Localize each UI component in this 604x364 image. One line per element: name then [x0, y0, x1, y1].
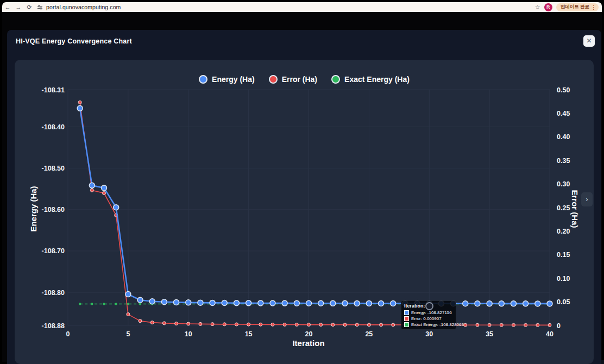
- data-point: [162, 322, 166, 325]
- data-point: [343, 323, 347, 327]
- data-point: [499, 301, 504, 306]
- data-point: [187, 322, 190, 325]
- data-point: [488, 323, 491, 327]
- svg-text:0.10: 0.10: [557, 275, 570, 283]
- data-point: [102, 185, 107, 191]
- data-point: [354, 300, 360, 306]
- browser-menu-icon[interactable]: ⋮: [591, 4, 596, 10]
- exact-energy-swatch-icon: [404, 322, 409, 327]
- close-button[interactable]: ✕: [583, 35, 595, 47]
- data-point: [186, 300, 191, 305]
- chart-panel: Energy (Ha) Error (Ha) Exact Energy (Ha)…: [15, 60, 594, 364]
- svg-text:0.45: 0.45: [557, 110, 570, 117]
- energy-series: [77, 105, 552, 306]
- data-point: [271, 323, 274, 326]
- data-point: [536, 323, 539, 327]
- right-axis-title: Error (Ha): [570, 179, 580, 239]
- data-point: [318, 300, 324, 306]
- data-point: [270, 300, 275, 306]
- data-point: [331, 323, 335, 327]
- data-point: [295, 323, 298, 327]
- x-axis-title: Iteration: [281, 338, 336, 348]
- data-point: [78, 101, 81, 104]
- svg-text:40: 40: [546, 330, 553, 338]
- site-settings-icon[interactable]: [37, 4, 43, 10]
- tooltip-error-value: Error: 0.000907: [411, 316, 442, 321]
- svg-text:5: 5: [126, 330, 130, 338]
- forward-icon[interactable]: →: [13, 4, 24, 10]
- data-point: [127, 313, 130, 316]
- browser-toolbar: ← → ⟳ portal.qunovacomputing.com ☆ R 업데이…: [2, 2, 602, 12]
- bookmark-star-icon[interactable]: ☆: [535, 4, 540, 11]
- error-swatch-icon: [404, 316, 409, 321]
- left-axis-title: Energy (Ha): [29, 179, 38, 240]
- svg-text:-108.88: -108.88: [42, 322, 65, 330]
- sidebar-expand-chevron-icon[interactable]: ›: [581, 192, 593, 206]
- svg-text:-108.31: -108.31: [42, 86, 65, 94]
- data-point: [125, 292, 131, 297]
- data-point: [464, 323, 467, 327]
- data-point: [115, 303, 117, 305]
- data-point: [366, 300, 372, 306]
- data-point: [222, 300, 227, 306]
- data-point: [175, 322, 178, 325]
- update-button-label: 업데이트 완료: [561, 4, 589, 10]
- svg-text:-108.60: -108.60: [42, 206, 65, 214]
- modal-title: HI-VQE Energy Convergence Chart: [16, 37, 132, 45]
- data-point: [282, 300, 287, 306]
- energy-swatch-icon: [404, 310, 409, 315]
- chart-legend: Energy (Ha) Error (Ha) Exact Energy (Ha): [15, 75, 594, 84]
- data-point: [103, 192, 106, 195]
- data-point: [294, 300, 299, 306]
- data-point: [367, 323, 370, 327]
- data-point: [149, 299, 155, 304]
- svg-text:0: 0: [66, 330, 70, 338]
- data-point: [391, 301, 396, 306]
- data-point: [379, 300, 384, 306]
- browser-update-button[interactable]: 업데이트 완료 ⋮: [556, 3, 599, 11]
- energy-legend-marker-icon: [199, 75, 207, 84]
- legend-item-exact-energy[interactable]: Exact Energy (Ha): [331, 75, 410, 84]
- tooltip-row: Exact Energy: -108.828063: [404, 322, 453, 327]
- data-point: [475, 301, 480, 306]
- data-point: [487, 301, 492, 306]
- svg-text:0.35: 0.35: [557, 157, 570, 165]
- hovered-point-indicator: [425, 302, 433, 310]
- data-point: [355, 323, 358, 327]
- svg-text:0.20: 0.20: [557, 228, 570, 235]
- data-point: [548, 323, 551, 327]
- data-point: [330, 300, 336, 306]
- data-point: [114, 205, 119, 210]
- svg-text:0: 0: [557, 322, 561, 330]
- legend-label: Exact Energy (Ha): [344, 75, 410, 84]
- convergence-chart[interactable]: 0510152025303540-108.31-108.40-108.50-10…: [15, 60, 594, 364]
- data-point: [91, 303, 93, 305]
- svg-text:0.50: 0.50: [557, 86, 570, 94]
- browser-window: ← → ⟳ portal.qunovacomputing.com ☆ R 업데이…: [0, 0, 604, 364]
- legend-item-energy[interactable]: Energy (Ha): [199, 75, 255, 84]
- data-point: [89, 183, 95, 188]
- svg-text:0.40: 0.40: [557, 133, 570, 141]
- data-point: [139, 319, 142, 323]
- svg-text:25: 25: [365, 330, 373, 338]
- profile-avatar[interactable]: R: [544, 3, 552, 11]
- data-point: [535, 301, 540, 306]
- address-bar-url[interactable]: portal.qunovacomputing.com: [46, 4, 121, 10]
- reload-icon[interactable]: ⟳: [24, 4, 35, 11]
- back-icon[interactable]: ←: [2, 4, 13, 10]
- toolbar-right-cluster: ☆ R 업데이트 완료 ⋮: [535, 3, 602, 11]
- svg-text:20: 20: [305, 330, 313, 338]
- legend-label: Error (Ha): [282, 75, 317, 84]
- data-point: [79, 303, 81, 305]
- data-point: [77, 105, 83, 111]
- data-point: [283, 323, 286, 326]
- svg-text:0.05: 0.05: [557, 298, 570, 306]
- legend-item-error[interactable]: Error (Ha): [269, 75, 317, 84]
- data-point: [500, 323, 503, 327]
- data-point: [90, 189, 93, 192]
- data-point: [511, 301, 516, 306]
- data-point: [307, 323, 311, 327]
- svg-text:15: 15: [245, 330, 253, 338]
- svg-text:35: 35: [486, 330, 493, 338]
- grid-lines: [68, 90, 550, 325]
